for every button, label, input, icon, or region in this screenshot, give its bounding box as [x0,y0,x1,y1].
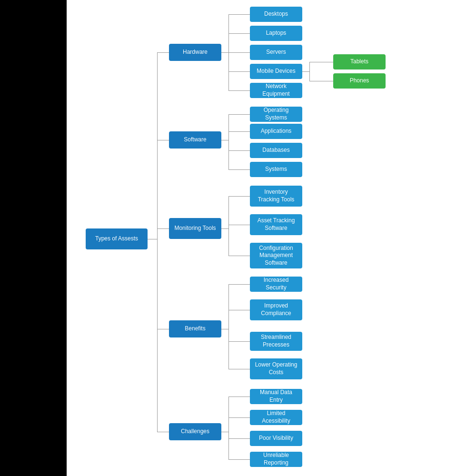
node-manual-data-entry: Manual Data Entry [250,389,302,404]
node-desktops: Desktops [250,7,302,22]
node-operating-systems: Operating Systems [250,107,302,122]
connector-line [157,329,169,329]
connector-line [228,196,250,197]
connector-line [157,228,169,229]
node-streamlined-precesses: Streamlined Precesses [250,332,302,351]
connector-line [228,397,229,459]
connector-line [221,52,228,53]
node-servers: Servers [250,45,302,60]
node-improved-compliance: Improved Compliance [250,299,302,320]
connector-line [228,52,250,53]
connector-line [302,71,309,72]
node-network-equipment: Network Equipment [250,83,302,98]
node-asset-tracking-software: Asset Tracking Software [250,214,302,235]
connector-line [221,329,228,329]
node-challenges: Challenges [169,423,221,440]
connector-line [228,310,250,310]
diagram: Types of AssestsHardwareSoftwareMonitori… [67,0,476,476]
node-inventory-tracking-tools: Inventory Tracking Tools [250,186,302,207]
node-lower-operating-costs: Lower Operating Costs [250,358,302,379]
connector-line [228,14,250,15]
connector-line [228,225,250,225]
connector-line [228,71,250,72]
connector-line [228,169,250,170]
node-monitoring-tools: Monitoring Tools [169,218,221,239]
connector-line [228,284,250,285]
node-databases: Databases [250,143,302,158]
connector-line [228,114,250,115]
connector-line [309,62,310,81]
connector-line [221,228,228,229]
node-increased-security: Increased Security [250,277,302,292]
node-configuration-management-software: Configuration Management Software [250,243,302,268]
connector-line [221,432,228,432]
connector-line [157,140,169,140]
connector-line [228,369,250,369]
connector-line [221,140,228,140]
connector-line [228,90,250,91]
node-laptops: Laptops [250,26,302,41]
node-poor-visibility: Poor Visibility [250,431,302,446]
connector-line [228,341,250,342]
connector-line [228,256,250,256]
connector-line [228,417,250,418]
connector-line [309,62,333,62]
connector-line [309,81,333,81]
node-systems: Systems [250,162,302,177]
node-applications: Applications [250,124,302,139]
connector-line [228,284,229,369]
node-unreliable-reporting: Unreliable Reporting [250,452,302,467]
node-phones: Phones [333,73,386,89]
node-hardware: Hardware [169,44,221,61]
connector-line [157,432,169,432]
connector-line [157,52,169,53]
connector-line [228,33,250,34]
connector-line [228,438,250,439]
connector-line [228,196,229,256]
connector-line [228,397,250,397]
connector-line [228,114,229,169]
node-mobile-devices: Mobile Devices [250,64,302,79]
connector-line [157,52,158,432]
connector-line [148,239,157,239]
node-limited-acessibility: Limited Acessibility [250,410,302,425]
node-benefits: Benefits [169,320,221,337]
connector-line [228,131,250,132]
node-types-of-assests: Types of Assests [86,228,148,249]
node-tablets: Tablets [333,54,386,69]
node-software: Software [169,131,221,149]
connector-line [228,150,250,151]
connector-line [228,459,250,460]
